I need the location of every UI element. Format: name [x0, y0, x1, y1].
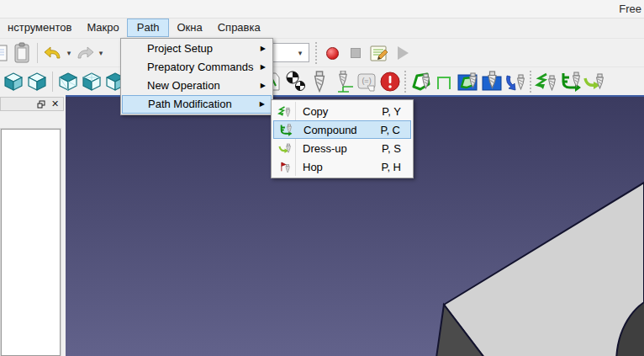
profile-icon[interactable]: [409, 69, 433, 94]
menu-tools[interactable]: нструментов: [0, 19, 79, 37]
undo-icon[interactable]: [41, 40, 65, 66]
model-top-face: [444, 183, 644, 356]
float-icon[interactable]: [36, 99, 45, 109]
front-view-icon[interactable]: [56, 69, 80, 94]
menu-windows[interactable]: Окна: [169, 19, 209, 37]
path-menu-panel: Project Setup ▶ Prepatory Commands ▶ New…: [120, 38, 273, 115]
top-view-icon[interactable]: [80, 69, 103, 94]
paste-icon[interactable]: [10, 40, 34, 66]
svg-text:(=): (=): [362, 77, 371, 85]
redo-dropdown-icon[interactable]: ▾: [97, 49, 105, 57]
submenu-expander-icon: ▶: [261, 40, 266, 58]
tool-controller-icon[interactable]: [331, 69, 355, 94]
path-compound-icon: [274, 123, 296, 137]
submenu-item-hop[interactable]: Hop P, H: [273, 157, 411, 176]
dock-title-bar[interactable]: ✕: [0, 97, 64, 111]
submenu-item-compound[interactable]: Compound P, C: [273, 120, 411, 139]
toolbar-handle: [404, 71, 407, 93]
combo-view-dock: ✕: [0, 95, 66, 356]
menu-bar: нструментов Макро Path Окна Справка: [0, 19, 644, 38]
redo-icon[interactable]: [73, 40, 97, 66]
menu-item-path-modification[interactable]: Path Modification ▶: [122, 95, 272, 114]
path-modification-submenu: Copy P, Y Compound P, C Dress-up P, S Ho…: [271, 99, 414, 178]
menu-help[interactable]: Справка: [210, 19, 268, 37]
close-icon[interactable]: ✕: [50, 99, 60, 109]
copy-icon[interactable]: [535, 69, 558, 94]
shortcut-label: P, C: [380, 124, 410, 136]
path-dressup-icon: [273, 141, 295, 156]
post-process-icon[interactable]: (=): [355, 69, 378, 94]
path-hop-icon: [273, 160, 295, 174]
title-bar: Free: [0, 0, 644, 19]
shortcut-label: P, S: [382, 142, 411, 155]
toolbar-separator: [37, 43, 38, 63]
pocket-icon[interactable]: [457, 69, 480, 94]
window-title: Free: [619, 3, 641, 15]
menu-item-prepatory-commands[interactable]: Prepatory Commands ▶: [122, 58, 272, 77]
path-copy-icon: [273, 104, 295, 119]
engrave-icon[interactable]: [504, 69, 527, 94]
toolbar-handle: [530, 71, 532, 93]
home-view-icon[interactable]: [25, 69, 49, 94]
submenu-item-dressup[interactable]: Dress-up P, S: [273, 139, 411, 157]
edit-macro-icon[interactable]: [367, 40, 391, 66]
drilling-icon[interactable]: [480, 69, 504, 94]
submenu-expander-icon: ▶: [261, 77, 266, 95]
submenu-item-copy[interactable]: Copy P, Y: [273, 102, 411, 120]
shortcut-label: P, Y: [382, 105, 411, 118]
dressup-icon[interactable]: [582, 69, 605, 94]
menu-macro[interactable]: Макро: [79, 19, 126, 37]
toolbar-standard: ▾ ▾ ▾: [0, 38, 644, 66]
freecad-window: Free нструментов Макро Path Окна Справка…: [0, 0, 644, 356]
toolbit-icon[interactable]: [308, 69, 331, 94]
undo-dropdown-icon[interactable]: ▾: [65, 49, 73, 57]
stop-macro-icon[interactable]: [344, 40, 367, 66]
toolbar-view-and-path: (=): [0, 66, 644, 95]
play-macro-icon[interactable]: [391, 40, 414, 66]
menu-path[interactable]: Path: [127, 19, 170, 37]
menu-item-new-operation[interactable]: New Operation ▶: [122, 77, 272, 95]
tree-view-panel[interactable]: [1, 129, 61, 356]
axonometric-view-icon[interactable]: [2, 69, 25, 94]
submenu-expander-icon: ▶: [261, 58, 266, 77]
contour-icon[interactable]: [433, 69, 457, 94]
menu-item-project-setup[interactable]: Project Setup ▶: [122, 40, 272, 58]
toolbar-handle: [315, 42, 318, 64]
compound-icon[interactable]: [558, 69, 582, 94]
sanity-check-icon[interactable]: [378, 69, 402, 94]
submenu-expander-icon: ▶: [260, 96, 265, 113]
toolbar-separator: [52, 72, 53, 92]
combo-dropdown-icon: ▾: [296, 49, 304, 57]
record-macro-icon[interactable]: [320, 40, 344, 66]
shortcut-label: P, H: [381, 161, 411, 173]
clipped-copy-icon[interactable]: [0, 40, 10, 66]
inspect-icon[interactable]: [284, 69, 308, 94]
